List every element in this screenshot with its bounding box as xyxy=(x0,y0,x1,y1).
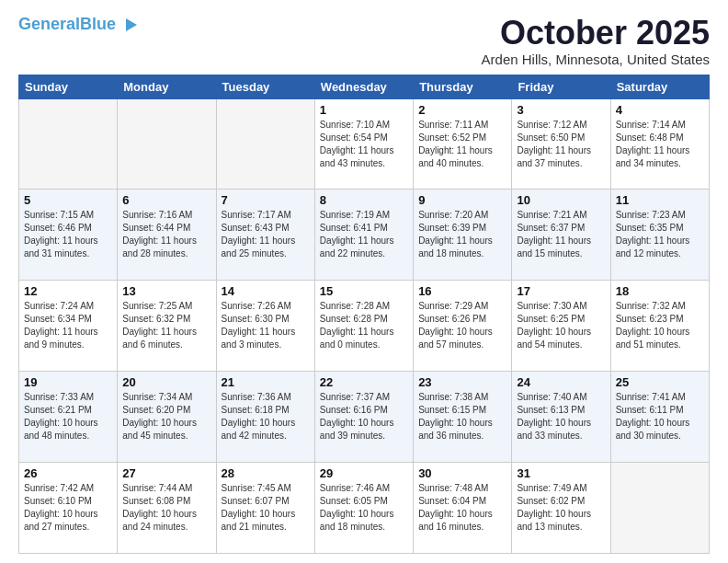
day-info: Sunrise: 7:30 AM Sunset: 6:25 PM Dayligh… xyxy=(517,300,605,351)
day-number: 6 xyxy=(122,193,210,207)
col-monday: Monday xyxy=(118,75,216,98)
calendar-cell: 3Sunrise: 7:12 AM Sunset: 6:50 PM Daylig… xyxy=(512,98,610,190)
day-info: Sunrise: 7:24 AM Sunset: 6:34 PM Dayligh… xyxy=(24,300,112,351)
calendar-cell: 28Sunrise: 7:45 AM Sunset: 6:07 PM Dayli… xyxy=(216,463,314,554)
logo-text: GeneralBlue xyxy=(18,16,116,34)
col-friday: Friday xyxy=(512,75,610,98)
day-info: Sunrise: 7:42 AM Sunset: 6:10 PM Dayligh… xyxy=(24,482,112,534)
day-info: Sunrise: 7:40 AM Sunset: 6:13 PM Dayligh… xyxy=(517,391,605,442)
day-number: 2 xyxy=(418,103,506,117)
col-tuesday: Tuesday xyxy=(216,75,314,98)
calendar-cell: 5Sunrise: 7:15 AM Sunset: 6:46 PM Daylig… xyxy=(19,190,118,281)
calendar-cell: 16Sunrise: 7:29 AM Sunset: 6:26 PM Dayli… xyxy=(414,281,512,372)
day-info: Sunrise: 7:11 AM Sunset: 6:52 PM Dayligh… xyxy=(418,119,506,170)
header: GeneralBlue October 2025 Arden Hills, Mi… xyxy=(18,15,710,67)
day-info: Sunrise: 7:28 AM Sunset: 6:28 PM Dayligh… xyxy=(320,300,408,351)
col-wednesday: Wednesday xyxy=(314,75,413,98)
logo-general: General xyxy=(18,15,80,33)
day-number: 30 xyxy=(418,466,506,480)
title-block: October 2025 Arden Hills, Minnesota, Uni… xyxy=(482,15,710,67)
calendar-cell: 31Sunrise: 7:49 AM Sunset: 6:02 PM Dayli… xyxy=(512,463,610,554)
day-number: 7 xyxy=(222,193,310,207)
calendar-cell: 2Sunrise: 7:11 AM Sunset: 6:52 PM Daylig… xyxy=(414,98,512,190)
calendar-cell: 13Sunrise: 7:25 AM Sunset: 6:32 PM Dayli… xyxy=(118,281,216,372)
day-info: Sunrise: 7:49 AM Sunset: 6:02 PM Dayligh… xyxy=(517,482,605,534)
day-number: 25 xyxy=(616,375,704,389)
day-number: 9 xyxy=(418,193,506,207)
day-info: Sunrise: 7:32 AM Sunset: 6:23 PM Dayligh… xyxy=(616,300,704,351)
calendar-cell: 26Sunrise: 7:42 AM Sunset: 6:10 PM Dayli… xyxy=(19,463,118,554)
day-number: 12 xyxy=(24,284,112,298)
day-number: 10 xyxy=(517,193,605,207)
day-number: 26 xyxy=(24,466,112,480)
day-info: Sunrise: 7:19 AM Sunset: 6:41 PM Dayligh… xyxy=(320,209,408,260)
day-info: Sunrise: 7:34 AM Sunset: 6:20 PM Dayligh… xyxy=(122,391,210,442)
calendar-cell: 7Sunrise: 7:17 AM Sunset: 6:43 PM Daylig… xyxy=(216,190,314,281)
calendar-cell: 25Sunrise: 7:41 AM Sunset: 6:11 PM Dayli… xyxy=(610,372,709,463)
month-title: October 2025 xyxy=(482,15,710,52)
calendar-cell xyxy=(19,98,118,190)
page: GeneralBlue October 2025 Arden Hills, Mi… xyxy=(0,0,728,563)
calendar-cell xyxy=(216,98,314,190)
calendar-cell: 20Sunrise: 7:34 AM Sunset: 6:20 PM Dayli… xyxy=(118,372,216,463)
calendar-cell: 18Sunrise: 7:32 AM Sunset: 6:23 PM Dayli… xyxy=(610,281,709,372)
day-info: Sunrise: 7:15 AM Sunset: 6:46 PM Dayligh… xyxy=(24,209,112,260)
location: Arden Hills, Minnesota, United States xyxy=(482,52,710,67)
calendar-cell: 11Sunrise: 7:23 AM Sunset: 6:35 PM Dayli… xyxy=(610,190,709,281)
calendar-week-row: 26Sunrise: 7:42 AM Sunset: 6:10 PM Dayli… xyxy=(19,463,710,554)
day-info: Sunrise: 7:16 AM Sunset: 6:44 PM Dayligh… xyxy=(122,209,210,260)
day-info: Sunrise: 7:41 AM Sunset: 6:11 PM Dayligh… xyxy=(616,391,704,442)
day-number: 28 xyxy=(222,466,310,480)
calendar-cell: 1Sunrise: 7:10 AM Sunset: 6:54 PM Daylig… xyxy=(314,98,413,190)
day-info: Sunrise: 7:12 AM Sunset: 6:50 PM Dayligh… xyxy=(517,119,605,170)
calendar-cell: 14Sunrise: 7:26 AM Sunset: 6:30 PM Dayli… xyxy=(216,281,314,372)
calendar-cell: 4Sunrise: 7:14 AM Sunset: 6:48 PM Daylig… xyxy=(610,98,709,190)
svg-marker-0 xyxy=(126,18,137,31)
calendar-cell xyxy=(610,463,709,554)
day-info: Sunrise: 7:36 AM Sunset: 6:18 PM Dayligh… xyxy=(222,391,310,442)
col-saturday: Saturday xyxy=(610,75,709,98)
calendar-cell: 22Sunrise: 7:37 AM Sunset: 6:16 PM Dayli… xyxy=(314,372,413,463)
day-number: 5 xyxy=(24,193,112,207)
calendar-week-row: 5Sunrise: 7:15 AM Sunset: 6:46 PM Daylig… xyxy=(19,190,710,281)
day-number: 4 xyxy=(616,103,704,117)
day-info: Sunrise: 7:45 AM Sunset: 6:07 PM Dayligh… xyxy=(222,482,310,534)
calendar-cell xyxy=(118,98,216,190)
day-number: 17 xyxy=(517,284,605,298)
calendar-cell: 17Sunrise: 7:30 AM Sunset: 6:25 PM Dayli… xyxy=(512,281,610,372)
col-thursday: Thursday xyxy=(414,75,512,98)
day-number: 1 xyxy=(320,103,408,117)
calendar-cell: 15Sunrise: 7:28 AM Sunset: 6:28 PM Dayli… xyxy=(314,281,413,372)
day-number: 8 xyxy=(320,193,408,207)
calendar-cell: 30Sunrise: 7:48 AM Sunset: 6:04 PM Dayli… xyxy=(414,463,512,554)
day-info: Sunrise: 7:29 AM Sunset: 6:26 PM Dayligh… xyxy=(418,300,506,351)
calendar-cell: 27Sunrise: 7:44 AM Sunset: 6:08 PM Dayli… xyxy=(118,463,216,554)
day-number: 14 xyxy=(222,284,310,298)
calendar-cell: 6Sunrise: 7:16 AM Sunset: 6:44 PM Daylig… xyxy=(118,190,216,281)
day-number: 29 xyxy=(320,466,408,480)
calendar-week-row: 12Sunrise: 7:24 AM Sunset: 6:34 PM Dayli… xyxy=(19,281,710,372)
calendar-cell: 8Sunrise: 7:19 AM Sunset: 6:41 PM Daylig… xyxy=(314,190,413,281)
calendar-week-row: 19Sunrise: 7:33 AM Sunset: 6:21 PM Dayli… xyxy=(19,372,710,463)
day-number: 22 xyxy=(320,375,408,389)
day-number: 19 xyxy=(24,375,112,389)
day-number: 31 xyxy=(517,466,605,480)
day-info: Sunrise: 7:44 AM Sunset: 6:08 PM Dayligh… xyxy=(122,482,210,534)
day-number: 18 xyxy=(616,284,704,298)
day-number: 20 xyxy=(122,375,210,389)
day-info: Sunrise: 7:20 AM Sunset: 6:39 PM Dayligh… xyxy=(418,209,506,260)
day-number: 27 xyxy=(122,466,210,480)
day-number: 21 xyxy=(222,375,310,389)
day-info: Sunrise: 7:26 AM Sunset: 6:30 PM Dayligh… xyxy=(222,300,310,351)
calendar-cell: 19Sunrise: 7:33 AM Sunset: 6:21 PM Dayli… xyxy=(19,372,118,463)
calendar-cell: 29Sunrise: 7:46 AM Sunset: 6:05 PM Dayli… xyxy=(314,463,413,554)
day-info: Sunrise: 7:21 AM Sunset: 6:37 PM Dayligh… xyxy=(517,209,605,260)
day-info: Sunrise: 7:25 AM Sunset: 6:32 PM Dayligh… xyxy=(122,300,210,351)
logo-blue: Blue xyxy=(80,15,116,33)
day-info: Sunrise: 7:10 AM Sunset: 6:54 PM Dayligh… xyxy=(320,119,408,170)
day-info: Sunrise: 7:38 AM Sunset: 6:15 PM Dayligh… xyxy=(418,391,506,442)
calendar-header-row: Sunday Monday Tuesday Wednesday Thursday… xyxy=(19,75,710,98)
calendar-week-row: 1Sunrise: 7:10 AM Sunset: 6:54 PM Daylig… xyxy=(19,98,710,190)
calendar-cell: 12Sunrise: 7:24 AM Sunset: 6:34 PM Dayli… xyxy=(19,281,118,372)
calendar-cell: 21Sunrise: 7:36 AM Sunset: 6:18 PM Dayli… xyxy=(216,372,314,463)
